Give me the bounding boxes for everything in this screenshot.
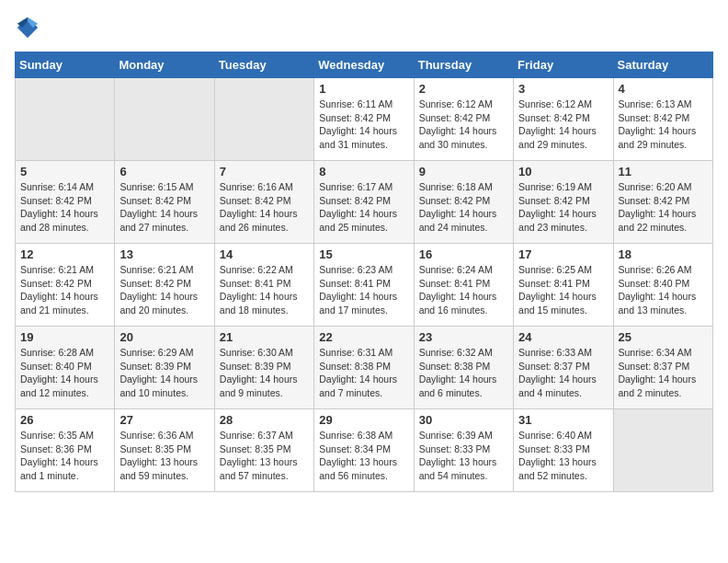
day-info: Sunrise: 6:19 AMSunset: 8:42 PMDaylight:… bbox=[518, 180, 608, 235]
day-info: Sunrise: 6:21 AMSunset: 8:42 PMDaylight:… bbox=[119, 263, 209, 317]
calendar-cell: 13Sunrise: 6:21 AMSunset: 8:42 PMDayligh… bbox=[115, 244, 214, 327]
calendar-cell: 18Sunrise: 6:26 AMSunset: 8:40 PMDayligh… bbox=[613, 244, 712, 327]
calendar-week-row: 26Sunrise: 6:35 AMSunset: 8:36 PMDayligh… bbox=[16, 409, 713, 492]
calendar-cell: 19Sunrise: 6:28 AMSunset: 8:40 PMDayligh… bbox=[16, 327, 115, 409]
calendar-cell: 6Sunrise: 6:15 AMSunset: 8:42 PMDaylight… bbox=[115, 161, 214, 244]
calendar-week-row: 12Sunrise: 6:21 AMSunset: 8:42 PMDayligh… bbox=[16, 244, 713, 327]
day-number: 1 bbox=[319, 82, 408, 96]
calendar-cell: 12Sunrise: 6:21 AMSunset: 8:42 PMDayligh… bbox=[16, 244, 115, 327]
calendar-cell: 10Sunrise: 6:19 AMSunset: 8:42 PMDayligh… bbox=[514, 161, 613, 244]
day-number: 29 bbox=[319, 413, 408, 427]
logo bbox=[15, 15, 42, 40]
day-number: 16 bbox=[419, 247, 508, 261]
calendar-cell: 30Sunrise: 6:39 AMSunset: 8:33 PMDayligh… bbox=[414, 409, 513, 492]
calendar-cell: 1Sunrise: 6:11 AMSunset: 8:42 PMDaylight… bbox=[314, 78, 414, 161]
day-number: 22 bbox=[319, 330, 408, 344]
calendar-table: SundayMondayTuesdayWednesdayThursdayFrid… bbox=[15, 52, 713, 492]
calendar-cell bbox=[115, 78, 214, 161]
day-info: Sunrise: 6:33 AMSunset: 8:37 PMDaylight:… bbox=[518, 346, 608, 400]
day-number: 9 bbox=[419, 165, 508, 178]
header-saturday: Saturday bbox=[613, 52, 712, 78]
day-number: 15 bbox=[319, 247, 408, 261]
day-info: Sunrise: 6:12 AMSunset: 8:42 PMDaylight:… bbox=[518, 98, 608, 152]
calendar-week-row: 1Sunrise: 6:11 AMSunset: 8:42 PMDaylight… bbox=[16, 78, 713, 161]
day-info: Sunrise: 6:14 AMSunset: 8:42 PMDaylight:… bbox=[20, 180, 109, 235]
header-sunday: Sunday bbox=[16, 52, 115, 78]
day-number: 21 bbox=[220, 330, 309, 344]
day-info: Sunrise: 6:31 AMSunset: 8:38 PMDaylight:… bbox=[319, 346, 408, 400]
day-number: 26 bbox=[20, 413, 109, 427]
calendar-cell: 24Sunrise: 6:33 AMSunset: 8:37 PMDayligh… bbox=[514, 327, 613, 409]
day-info: Sunrise: 6:12 AMSunset: 8:42 PMDaylight:… bbox=[419, 98, 508, 152]
header-wednesday: Wednesday bbox=[314, 52, 414, 78]
day-info: Sunrise: 6:34 AMSunset: 8:37 PMDaylight:… bbox=[619, 346, 708, 400]
calendar-week-row: 19Sunrise: 6:28 AMSunset: 8:40 PMDayligh… bbox=[16, 327, 713, 409]
day-number: 3 bbox=[518, 82, 608, 96]
calendar-cell: 20Sunrise: 6:29 AMSunset: 8:39 PMDayligh… bbox=[115, 327, 214, 409]
calendar-cell: 28Sunrise: 6:37 AMSunset: 8:35 PMDayligh… bbox=[214, 409, 313, 492]
day-number: 4 bbox=[619, 82, 708, 96]
day-info: Sunrise: 6:20 AMSunset: 8:42 PMDaylight:… bbox=[619, 180, 708, 235]
day-info: Sunrise: 6:40 AMSunset: 8:33 PMDaylight:… bbox=[518, 429, 608, 483]
header-tuesday: Tuesday bbox=[214, 52, 313, 78]
day-info: Sunrise: 6:26 AMSunset: 8:40 PMDaylight:… bbox=[619, 263, 708, 317]
day-number: 6 bbox=[119, 165, 209, 178]
day-info: Sunrise: 6:38 AMSunset: 8:34 PMDaylight:… bbox=[319, 429, 408, 483]
calendar-cell bbox=[16, 78, 115, 161]
calendar-cell: 14Sunrise: 6:22 AMSunset: 8:41 PMDayligh… bbox=[214, 244, 313, 327]
day-number: 17 bbox=[518, 247, 608, 261]
day-info: Sunrise: 6:18 AMSunset: 8:42 PMDaylight:… bbox=[419, 180, 508, 235]
day-number: 11 bbox=[619, 165, 708, 178]
header-friday: Friday bbox=[514, 52, 613, 78]
calendar-cell bbox=[214, 78, 313, 161]
day-number: 12 bbox=[20, 247, 109, 261]
calendar-cell: 21Sunrise: 6:30 AMSunset: 8:39 PMDayligh… bbox=[214, 327, 313, 409]
day-number: 18 bbox=[619, 247, 708, 261]
logo-icon bbox=[15, 15, 40, 40]
day-info: Sunrise: 6:29 AMSunset: 8:39 PMDaylight:… bbox=[119, 346, 209, 400]
calendar-cell: 7Sunrise: 6:16 AMSunset: 8:42 PMDaylight… bbox=[214, 161, 313, 244]
day-number: 20 bbox=[119, 330, 209, 344]
day-info: Sunrise: 6:22 AMSunset: 8:41 PMDaylight:… bbox=[220, 263, 309, 317]
day-info: Sunrise: 6:13 AMSunset: 8:42 PMDaylight:… bbox=[619, 98, 708, 152]
calendar-cell: 31Sunrise: 6:40 AMSunset: 8:33 PMDayligh… bbox=[514, 409, 613, 492]
day-info: Sunrise: 6:15 AMSunset: 8:42 PMDaylight:… bbox=[119, 180, 209, 235]
calendar-cell: 29Sunrise: 6:38 AMSunset: 8:34 PMDayligh… bbox=[314, 409, 414, 492]
calendar-cell: 17Sunrise: 6:25 AMSunset: 8:41 PMDayligh… bbox=[514, 244, 613, 327]
day-number: 30 bbox=[419, 413, 508, 427]
calendar-cell: 22Sunrise: 6:31 AMSunset: 8:38 PMDayligh… bbox=[314, 327, 414, 409]
day-number: 23 bbox=[419, 330, 508, 344]
calendar-cell: 25Sunrise: 6:34 AMSunset: 8:37 PMDayligh… bbox=[613, 327, 712, 409]
day-info: Sunrise: 6:39 AMSunset: 8:33 PMDaylight:… bbox=[419, 429, 508, 483]
day-info: Sunrise: 6:11 AMSunset: 8:42 PMDaylight:… bbox=[319, 98, 408, 152]
calendar-cell: 26Sunrise: 6:35 AMSunset: 8:36 PMDayligh… bbox=[16, 409, 115, 492]
day-number: 2 bbox=[419, 82, 508, 96]
day-info: Sunrise: 6:17 AMSunset: 8:42 PMDaylight:… bbox=[319, 180, 408, 235]
day-info: Sunrise: 6:23 AMSunset: 8:41 PMDaylight:… bbox=[319, 263, 408, 317]
calendar-cell: 23Sunrise: 6:32 AMSunset: 8:38 PMDayligh… bbox=[414, 327, 513, 409]
day-info: Sunrise: 6:32 AMSunset: 8:38 PMDaylight:… bbox=[419, 346, 508, 400]
day-info: Sunrise: 6:16 AMSunset: 8:42 PMDaylight:… bbox=[220, 180, 309, 235]
calendar-cell: 8Sunrise: 6:17 AMSunset: 8:42 PMDaylight… bbox=[314, 161, 414, 244]
calendar-week-row: 5Sunrise: 6:14 AMSunset: 8:42 PMDaylight… bbox=[16, 161, 713, 244]
calendar-cell: 2Sunrise: 6:12 AMSunset: 8:42 PMDaylight… bbox=[414, 78, 513, 161]
day-info: Sunrise: 6:24 AMSunset: 8:41 PMDaylight:… bbox=[419, 263, 508, 317]
day-info: Sunrise: 6:35 AMSunset: 8:36 PMDaylight:… bbox=[20, 429, 109, 483]
day-number: 13 bbox=[119, 247, 209, 261]
header-monday: Monday bbox=[115, 52, 214, 78]
day-info: Sunrise: 6:21 AMSunset: 8:42 PMDaylight:… bbox=[20, 263, 109, 317]
day-info: Sunrise: 6:28 AMSunset: 8:40 PMDaylight:… bbox=[20, 346, 109, 400]
calendar-cell: 9Sunrise: 6:18 AMSunset: 8:42 PMDaylight… bbox=[414, 161, 513, 244]
calendar-cell: 11Sunrise: 6:20 AMSunset: 8:42 PMDayligh… bbox=[613, 161, 712, 244]
calendar-cell: 15Sunrise: 6:23 AMSunset: 8:41 PMDayligh… bbox=[314, 244, 414, 327]
day-info: Sunrise: 6:36 AMSunset: 8:35 PMDaylight:… bbox=[119, 429, 209, 483]
day-number: 5 bbox=[20, 165, 109, 178]
header-thursday: Thursday bbox=[414, 52, 513, 78]
day-number: 10 bbox=[518, 165, 608, 178]
day-number: 19 bbox=[20, 330, 109, 344]
day-number: 25 bbox=[619, 330, 708, 344]
day-number: 24 bbox=[518, 330, 608, 344]
day-number: 8 bbox=[319, 165, 408, 178]
calendar-header-row: SundayMondayTuesdayWednesdayThursdayFrid… bbox=[16, 52, 713, 78]
calendar-cell: 4Sunrise: 6:13 AMSunset: 8:42 PMDaylight… bbox=[613, 78, 712, 161]
